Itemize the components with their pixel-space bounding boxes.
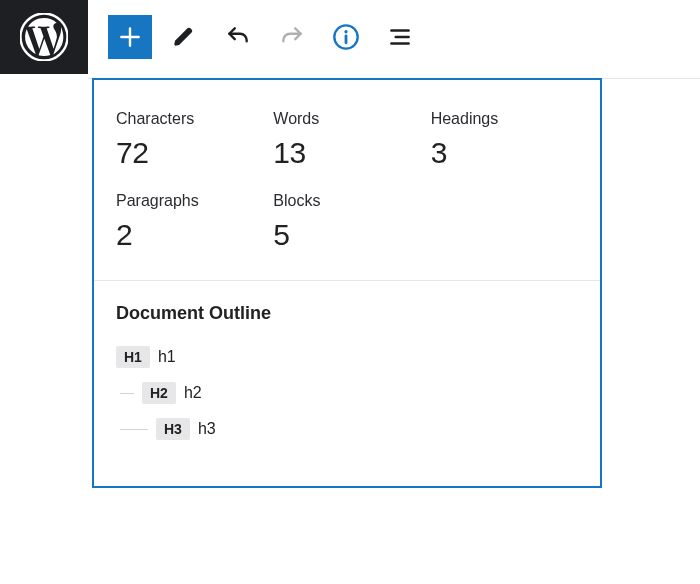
heading-level-chip: H2 [142,382,176,404]
stat-paragraphs: Paragraphs 2 [116,192,263,252]
info-button[interactable] [324,15,368,59]
stat-label: Blocks [273,192,420,210]
stat-label: Characters [116,110,263,128]
stat-label: Paragraphs [116,192,263,210]
details-panel: Characters 72 Words 13 Headings 3 Paragr… [92,78,602,488]
outline-button[interactable] [378,15,422,59]
heading-level-chip: H1 [116,346,150,368]
redo-icon [279,24,305,50]
editor-topbar [0,0,700,74]
outline-title: Document Outline [116,303,578,324]
outline-item-h1[interactable]: H1 h1 [116,346,578,368]
undo-button[interactable] [216,15,260,59]
plus-icon [117,24,143,50]
stat-value: 13 [273,136,420,170]
stat-words: Words 13 [273,110,420,170]
indent-line [120,393,134,394]
redo-button [270,15,314,59]
outline-icon [387,24,413,50]
stat-value: 72 [116,136,263,170]
stat-value: 2 [116,218,263,252]
stat-blocks: Blocks 5 [273,192,420,252]
stat-label: Headings [431,110,578,128]
heading-level-chip: H3 [156,418,190,440]
stat-value: 5 [273,218,420,252]
outline-list: H1 h1 H2 h2 H3 h3 [116,346,578,440]
heading-text: h3 [198,420,216,438]
outline-item-h2[interactable]: H2 h2 [116,382,578,404]
wordpress-logo-container[interactable] [0,0,88,74]
info-icon [332,23,360,51]
wordpress-logo-icon [20,13,68,61]
svg-point-2 [344,30,347,33]
heading-text: h1 [158,348,176,366]
document-outline-section: Document Outline H1 h1 H2 h2 H3 h3 [94,281,600,456]
add-block-button[interactable] [108,15,152,59]
outline-item-h3[interactable]: H3 h3 [116,418,578,440]
indent-line [120,429,148,430]
stat-value: 3 [431,136,578,170]
editor-toolbar [88,0,700,74]
stat-headings: Headings 3 [431,110,578,170]
heading-text: h2 [184,384,202,402]
undo-icon [225,24,251,50]
stat-label: Words [273,110,420,128]
pencil-icon [171,24,197,50]
edit-tool-button[interactable] [162,15,206,59]
stat-characters: Characters 72 [116,110,263,170]
stats-grid: Characters 72 Words 13 Headings 3 Paragr… [94,80,600,276]
